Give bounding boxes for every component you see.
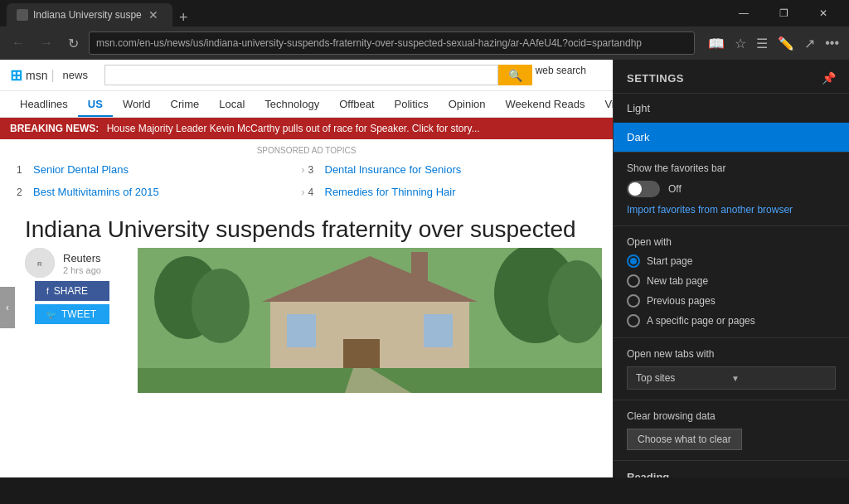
notes-icon[interactable]: ✏️ — [774, 32, 798, 55]
back-button[interactable]: ← — [7, 32, 30, 54]
tab-politics[interactable]: Politics — [385, 91, 439, 117]
svg-rect-9 — [287, 314, 316, 347]
article-title: Indiana University suspends fraternity o… — [15, 216, 613, 243]
settings-panel: SETTINGS 📌 Light Dark Show the favorites… — [613, 60, 849, 477]
refresh-button[interactable]: ↻ — [63, 32, 84, 55]
new-tab-button[interactable]: + — [172, 9, 195, 27]
sponsored-section: SPONSORED AD TOPICS 1 Senior Dental Plan… — [0, 139, 613, 208]
open-with-section: Open with Start page New tab page Previo… — [614, 225, 849, 337]
ad-text-3: Dental Insurance for Seniors — [325, 163, 462, 176]
ad-num-1: 1 — [17, 164, 28, 176]
news-menu[interactable]: news — [63, 69, 88, 81]
svg-point-4 — [192, 269, 250, 343]
more-icon[interactable]: ••• — [822, 32, 842, 54]
open-previous-pages[interactable]: Previous pages — [627, 294, 836, 308]
tab-crime[interactable]: Crime — [161, 91, 210, 117]
open-with-radio-group: Start page New tab page Previous pages A… — [627, 254, 836, 327]
open-new-tab-page[interactable]: New tab page — [627, 274, 836, 288]
content-area: ⊞ msn | news 🔍 web search Headlines US W… — [0, 60, 849, 477]
msn-icon: ⊞ — [10, 66, 22, 85]
ad-num-2: 2 — [17, 187, 28, 198]
msn-search: 🔍 web search — [104, 65, 586, 85]
tweet-label: TWEET — [61, 308, 96, 320]
favorites-bar-toggle[interactable] — [627, 181, 660, 197]
scroll-left-arrow[interactable]: ‹ — [0, 287, 15, 328]
address-bar[interactable]: msn.com/en-us/news/us/indiana-university… — [89, 32, 695, 55]
tab-us[interactable]: US — [78, 91, 113, 117]
toolbar-icons: 📖 ☆ ☰ ✏️ ↗ ••• — [705, 32, 842, 55]
msn-header: ⊞ msn | news 🔍 web search — [0, 60, 613, 91]
open-with-label: Open with — [627, 236, 836, 248]
msn-logo: ⊞ msn — [10, 66, 47, 85]
clear-browsing-button[interactable]: Choose what to clear — [627, 429, 742, 450]
forward-button[interactable]: → — [35, 32, 58, 54]
svg-text:R: R — [37, 260, 42, 268]
radio-new-tab-circle — [627, 274, 640, 288]
share-icon[interactable]: ↗ — [801, 32, 818, 55]
ad-item-4[interactable]: 4 Remedies for Thinning Hair — [308, 182, 597, 201]
theme-dark-option[interactable]: Dark — [614, 123, 849, 152]
breaking-news-bar[interactable]: BREAKING NEWS: House Majority Leader Kev… — [0, 118, 613, 139]
theme-light-option[interactable]: Light — [614, 94, 849, 123]
favorites-bar-toggle-row: Off — [627, 181, 836, 197]
social-buttons: f SHARE 🐦 TWEET — [25, 281, 119, 324]
import-favorites-link[interactable]: Import favorites from another browser — [627, 204, 836, 216]
nav-bar: ← → ↻ msn.com/en-us/news/us/indiana-univ… — [0, 27, 849, 60]
browser-tab[interactable]: Indiana University suspe ✕ — [7, 3, 172, 27]
tab-technology[interactable]: Technology — [255, 91, 329, 117]
article-image — [138, 248, 602, 393]
tab-weekend-reads[interactable]: Weekend Reads — [496, 91, 595, 117]
favorites-bar-section: Show the favorites bar Off Import favori… — [614, 152, 849, 225]
pin-icon[interactable]: 📌 — [822, 71, 836, 85]
tab-local[interactable]: Local — [209, 91, 255, 117]
article-meta: R Reuters 2 hrs ago — [25, 248, 119, 278]
restore-button[interactable]: ❐ — [764, 0, 803, 27]
dropdown-arrow-icon: ▼ — [731, 374, 827, 383]
ad-grid: 1 Senior Dental Plans › 3 Dental Insuran… — [17, 160, 596, 201]
search-icon: 🔍 — [508, 69, 522, 82]
open-specific-page[interactable]: A specific page or pages — [627, 314, 836, 327]
radio-new-tab-label: New tab page — [647, 275, 708, 287]
ad-item-1[interactable]: 1 Senior Dental Plans › — [17, 160, 305, 179]
tab-opinion[interactable]: Opinion — [439, 91, 496, 117]
share-label: SHARE — [54, 285, 88, 297]
search-button[interactable]: 🔍 — [498, 65, 532, 85]
reading-title: Reading — [627, 471, 836, 477]
hub-icon[interactable]: ☰ — [753, 32, 771, 55]
reading-section: Reading Reading view style — [614, 460, 849, 477]
ad-item-3[interactable]: 3 Dental Insurance for Seniors — [308, 160, 597, 179]
tab-close-icon[interactable]: ✕ — [148, 8, 158, 22]
breaking-news-label: BREAKING NEWS: — [10, 123, 99, 134]
breaking-news-text: House Majority Leader Kevin McCarthy pul… — [107, 123, 480, 134]
reader-mode-icon[interactable]: 📖 — [705, 32, 728, 55]
ad-text-4: Remedies for Thinning Hair — [325, 186, 456, 198]
article-time: 2 hrs ago — [63, 265, 101, 275]
settings-header: SETTINGS 📌 — [614, 60, 849, 94]
browser-page: ⊞ msn | news 🔍 web search Headlines US W… — [0, 60, 613, 477]
search-input[interactable] — [104, 65, 498, 85]
ad-item-2[interactable]: 2 Best Multivitamins of 2015 › — [17, 182, 305, 201]
ad-arrow-1: › — [302, 164, 305, 176]
favorites-icon[interactable]: ☆ — [731, 32, 750, 55]
article-source: Reuters — [63, 252, 101, 264]
svg-rect-10 — [424, 314, 453, 347]
open-start-page[interactable]: Start page — [627, 254, 836, 268]
article-source-block: Reuters 2 hrs ago — [63, 250, 101, 275]
open-new-tabs-label: Open new tabs with — [627, 348, 836, 360]
toggle-label: Off — [668, 183, 682, 195]
share-button[interactable]: f SHARE — [35, 281, 109, 301]
open-new-tabs-dropdown[interactable]: Top sites ▼ — [627, 366, 836, 390]
close-button[interactable]: ✕ — [804, 0, 842, 27]
radio-start-page-circle — [627, 254, 640, 268]
minimize-button[interactable]: — — [725, 0, 763, 27]
tab-headlines[interactable]: Headlines — [10, 91, 78, 117]
nav-tabs: Headlines US World Crime Local Technolog… — [0, 91, 613, 118]
tweet-button[interactable]: 🐦 TWEET — [35, 304, 109, 324]
tab-title: Indiana University suspe — [33, 9, 142, 21]
ad-num-3: 3 — [308, 164, 320, 176]
tab-favicon — [17, 9, 28, 21]
tab-world[interactable]: World — [113, 91, 161, 117]
tab-video[interactable]: Video — [594, 91, 613, 117]
article-area: ‹ Indiana University suspends fraternity… — [0, 208, 613, 406]
tab-offbeat[interactable]: Offbeat — [329, 91, 384, 117]
